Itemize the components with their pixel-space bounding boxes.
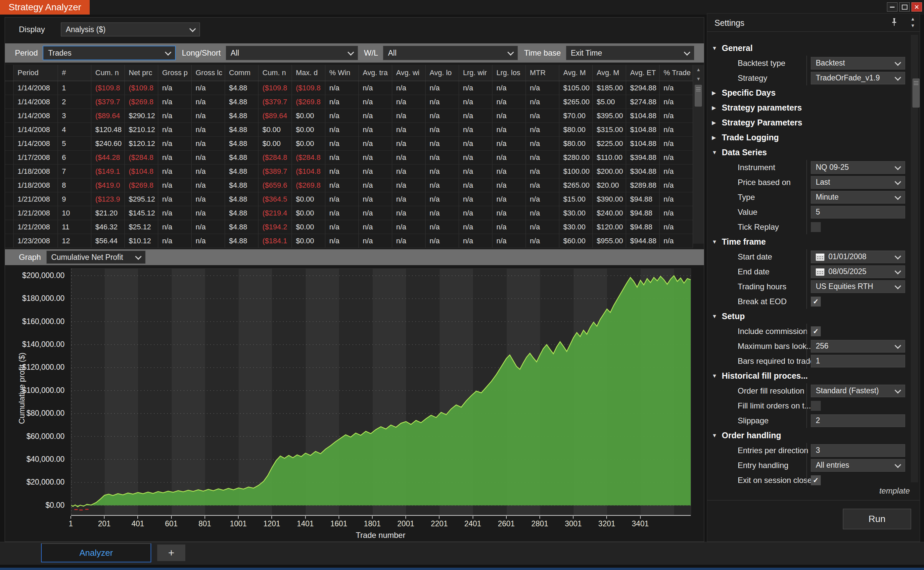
settings-section-specific-days[interactable]: ▶Specific Days (707, 86, 910, 100)
tick-replay-checkbox[interactable] (811, 222, 821, 232)
column-header-cum-n[interactable]: Cum. n (259, 65, 292, 81)
fill-limit-orders-on-t-checkbox[interactable] (811, 401, 821, 411)
start-date-select[interactable]: 01/01/2008 (811, 251, 905, 263)
tab-analyzer[interactable]: Analyzer (41, 543, 151, 562)
maximize-button[interactable] (899, 2, 910, 12)
grid-scrollbar[interactable]: ▲ ▼ (693, 65, 704, 244)
pin-icon[interactable] (890, 18, 898, 28)
settings-section-trade-logging[interactable]: ▶Trade Logging (707, 130, 910, 145)
column-header-avg-wi[interactable]: Avg. wi (392, 65, 425, 81)
table-row[interactable]: 1/21/200811$46.32$25.12n/an/a$4.88($194.… (5, 220, 693, 234)
window-title-tab[interactable]: Strategy Analyzer (0, 0, 90, 15)
settings-section-historical-fill-proces[interactable]: ▼Historical fill proces... (707, 368, 910, 383)
column-header-avg-m[interactable]: Avg. M (559, 65, 593, 81)
row-selector[interactable] (5, 81, 14, 95)
row-selector[interactable] (5, 109, 14, 123)
settings-section-time-frame[interactable]: ▼Time frame (707, 234, 910, 249)
settings-section-strategy-parameters[interactable]: ▶Strategy Parameters (707, 115, 910, 130)
column-header-avg-m[interactable]: Avg. M (593, 65, 626, 81)
row-selector[interactable] (5, 151, 14, 164)
column-header-period[interactable]: Period (14, 65, 58, 81)
cell: n/a (392, 178, 425, 192)
period-select[interactable]: Trades (43, 46, 176, 60)
column-header-win[interactable]: % Win (325, 65, 359, 81)
table-row[interactable]: 1/17/20086($44.28($284.8n/an/a$4.88($284… (5, 151, 693, 164)
column-header-cum-n[interactable]: Cum. n (91, 65, 125, 81)
scroll-down-icon[interactable]: ▼ (910, 22, 915, 29)
cell: 1/21/2008 (14, 206, 58, 220)
row-selector[interactable] (5, 123, 14, 136)
row-selector[interactable] (5, 234, 14, 248)
scroll-down-icon[interactable]: ▼ (693, 74, 704, 83)
price-based-on-select[interactable]: Last (811, 176, 905, 188)
column-header-mtr[interactable]: MTR (526, 65, 559, 81)
column-header-gross-p[interactable]: Gross p (158, 65, 191, 81)
minimize-button[interactable] (887, 2, 898, 12)
column-header-avg-lo[interactable]: Avg. lo (425, 65, 459, 81)
table-row[interactable]: 1/14/20083($89.64$290.12n/an/a$4.88($89.… (5, 109, 693, 123)
table-row[interactable]: 1/21/200810$21.20$145.12n/an/a$4.88($219… (5, 206, 693, 220)
column-header-lrg-los[interactable]: Lrg. los (493, 65, 526, 81)
run-button[interactable]: Run (843, 509, 911, 529)
bars-required-to-trade-input[interactable]: 1 (811, 355, 905, 368)
wl-select[interactable]: All (383, 46, 518, 60)
settings-section-strategy-parameters[interactable]: ▶Strategy parameters (707, 100, 910, 115)
settings-section-data-series[interactable]: ▼Data Series (707, 145, 910, 160)
column-header-trade[interactable]: % Trade (659, 65, 693, 81)
table-row[interactable]: 1/23/200812$56.44$10.12n/an/a$4.88($184.… (5, 234, 693, 248)
table-row[interactable]: 1/18/20088($419.0($269.8n/an/a$4.88($659… (5, 178, 693, 192)
table-row[interactable]: 1/14/20082($379.7($269.8n/an/a$4.88($379… (5, 95, 693, 109)
template-link[interactable]: template (879, 486, 910, 495)
instrument-select[interactable]: NQ 09-25 (811, 161, 905, 174)
slippage-input[interactable]: 2 (811, 414, 905, 427)
settings-section-general[interactable]: ▼General (707, 41, 910, 56)
settings-section-order-handling[interactable]: ▼Order handling (707, 428, 910, 443)
table-row[interactable]: 1/14/20081($109.8($109.8n/an/a$4.88($109… (5, 81, 693, 95)
timebase-select[interactable]: Exit Time (566, 46, 695, 60)
table-row[interactable]: 1/14/20085$240.60$120.12n/an/a$4.88$0.00… (5, 137, 693, 151)
row-selector[interactable] (5, 178, 14, 192)
table-row[interactable]: 1/21/20089($123.9$295.12n/an/a$4.88($364… (5, 192, 693, 206)
entries-per-direction-input[interactable]: 3 (811, 444, 905, 457)
row-selector[interactable] (5, 95, 14, 109)
column-header-lrg-wir[interactable]: Lrg. wir (459, 65, 493, 81)
settings-scroll-arrows[interactable]: ▲▼ (910, 15, 915, 29)
column-header-gross-lc[interactable]: Gross lc (191, 65, 225, 81)
close-button[interactable]: ✕ (912, 2, 922, 12)
scrollbar-thumb[interactable] (912, 78, 920, 107)
column-header-[interactable]: # (58, 65, 91, 81)
row-selector[interactable] (5, 192, 14, 206)
longshort-select[interactable]: All (226, 46, 358, 60)
settings-section-setup[interactable]: ▼Setup (707, 309, 910, 324)
display-select[interactable]: Analysis ($) (61, 23, 200, 37)
scroll-up-icon[interactable]: ▲ (910, 15, 915, 22)
add-tab-button[interactable]: + (157, 544, 185, 561)
end-date-select[interactable]: 08/05/2025 (811, 265, 905, 278)
type-select[interactable]: Minute (811, 191, 905, 204)
maximum-bars-look-select[interactable]: 256 (811, 340, 905, 352)
scroll-up-icon[interactable]: ▲ (693, 65, 704, 74)
value-input[interactable]: 5 (811, 206, 905, 219)
row-selector[interactable] (5, 220, 14, 234)
column-header-net-prc[interactable]: Net prc (125, 65, 158, 81)
strategy-select[interactable]: TradeOrFade_v1.9 (811, 72, 905, 84)
row-selector[interactable] (5, 206, 14, 220)
backtest-type-select[interactable]: Backtest (811, 57, 905, 69)
scrollbar-thumb[interactable] (695, 85, 702, 107)
row-selector[interactable] (5, 137, 14, 150)
table-row[interactable]: 1/18/20087($149.1($104.8n/an/a$4.88($389… (5, 164, 693, 178)
row-selector[interactable] (5, 164, 14, 178)
table-row[interactable]: 1/14/20084$120.48$210.12n/an/a$4.88$0.00… (5, 123, 693, 137)
column-header-max-d[interactable]: Max. d (292, 65, 325, 81)
column-header-avg-et[interactable]: Avg. ET (626, 65, 659, 81)
column-header-avg-tra[interactable]: Avg. tra (359, 65, 392, 81)
exit-on-session-close-checkbox[interactable]: ✓ (811, 475, 821, 485)
settings-scrollbar[interactable] (911, 35, 918, 482)
graph-type-select[interactable]: Cumulative Net Profit (46, 251, 145, 264)
break-at-eod-checkbox[interactable]: ✓ (811, 297, 821, 306)
include-commission-checkbox[interactable]: ✓ (811, 326, 821, 336)
trading-hours-select[interactable]: US Equities RTH (811, 280, 905, 293)
entry-handling-select[interactable]: All entries (811, 459, 905, 472)
column-header-comm[interactable]: Comm (225, 65, 259, 81)
order-fill-resolution-select[interactable]: Standard (Fastest) (811, 385, 905, 397)
